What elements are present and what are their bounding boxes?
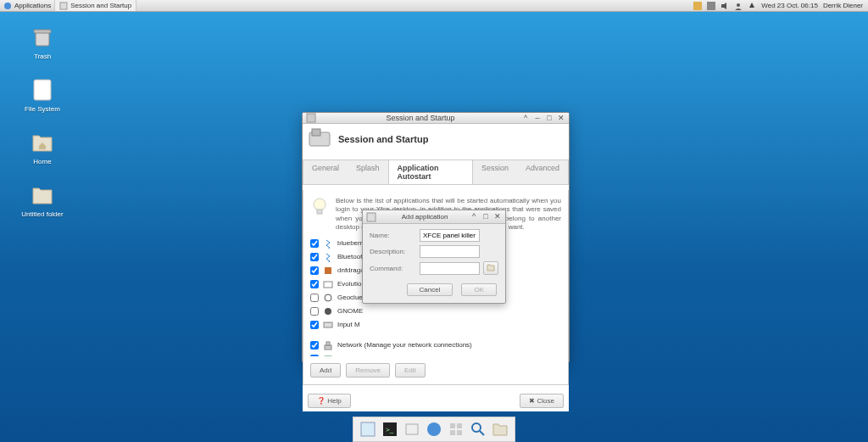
session-window-titlebar[interactable]: Session and Startup ^ – □ ✕ xyxy=(303,113,569,124)
xfce-logo-icon xyxy=(3,2,12,10)
volume-icon[interactable] xyxy=(721,2,729,10)
app-label: Power Manager (Power management for the … xyxy=(337,355,515,356)
terminal-button[interactable]: >_ xyxy=(381,420,399,439)
svg-rect-28 xyxy=(450,423,455,428)
desktop-label: Home xyxy=(33,158,51,165)
svg-point-16 xyxy=(325,294,331,301)
rollup-button[interactable]: ^ xyxy=(521,114,530,122)
maximize-button[interactable]: □ xyxy=(481,213,490,221)
svg-rect-8 xyxy=(34,80,51,100)
svg-rect-9 xyxy=(307,114,315,122)
svg-marker-4 xyxy=(721,3,726,9)
location-icon xyxy=(323,293,333,303)
show-desktop-icon xyxy=(359,421,376,438)
file-manager-icon xyxy=(403,421,420,438)
folder-open-icon xyxy=(487,263,495,271)
minimize-button[interactable]: – xyxy=(533,114,542,122)
desktop-icon-home[interactable]: Home xyxy=(19,129,66,165)
browse-command-button[interactable] xyxy=(483,261,498,275)
name-field[interactable] xyxy=(420,229,480,242)
add-dialog-titlebar[interactable]: Add application ^ □ ✕ xyxy=(363,210,505,224)
web-browser-icon xyxy=(426,421,442,438)
app-checkbox[interactable] xyxy=(310,266,319,275)
svg-point-5 xyxy=(737,3,740,7)
app-icon xyxy=(366,212,376,222)
app-checkbox[interactable] xyxy=(310,294,319,302)
desktop-icon-filesystem[interactable]: File System xyxy=(19,76,66,113)
terminal-icon: >_ xyxy=(381,421,398,438)
edit-button[interactable]: Edit xyxy=(395,363,426,378)
user-icon[interactable] xyxy=(734,2,743,10)
svg-point-17 xyxy=(325,308,331,315)
home-folder-icon xyxy=(31,131,54,154)
svg-rect-14 xyxy=(325,267,331,274)
web-browser-button[interactable] xyxy=(425,420,443,439)
notification-icon[interactable] xyxy=(748,2,756,10)
show-desktop-button[interactable] xyxy=(359,420,377,439)
svg-rect-13 xyxy=(317,210,322,214)
svg-point-27 xyxy=(427,422,441,436)
system-tray: Wed 23 Oct. 06:15 Derrik Diener xyxy=(688,2,868,10)
app-label: Input M xyxy=(337,321,360,328)
trash-icon xyxy=(31,25,54,49)
app-checkbox[interactable] xyxy=(310,307,319,316)
lightbulb-icon xyxy=(310,197,329,215)
svg-point-12 xyxy=(314,199,326,210)
cancel-button[interactable]: Cancel xyxy=(407,283,453,296)
close-window-button[interactable]: ✖ Close xyxy=(520,394,564,408)
network-icon[interactable] xyxy=(707,2,715,10)
command-field[interactable] xyxy=(420,262,480,275)
help-button[interactable]: ❓ Help xyxy=(308,394,351,408)
svg-rect-29 xyxy=(457,423,462,428)
mail-icon xyxy=(323,279,333,289)
add-application-dialog: Add application ^ □ ✕ Name: Description:… xyxy=(362,210,506,304)
file-manager-button[interactable] xyxy=(403,420,421,439)
svg-rect-11 xyxy=(312,129,320,136)
session-window-title: Session and Startup xyxy=(320,114,521,122)
keyboard-icon xyxy=(323,320,333,330)
remove-button[interactable]: Remove xyxy=(346,363,390,378)
add-button[interactable]: Add xyxy=(310,363,341,378)
app-finder-button[interactable] xyxy=(447,420,465,439)
list-item: GNOME xyxy=(310,305,561,317)
taskbar-session-button[interactable]: Session and Startup xyxy=(55,0,136,11)
user-label[interactable]: Derrik Diener xyxy=(823,2,863,9)
desktop-icon-untitled[interactable]: Untitled folder xyxy=(19,182,66,218)
home-button[interactable] xyxy=(491,420,509,439)
desktop-icon-trash[interactable]: Trash xyxy=(19,24,66,60)
svg-rect-26 xyxy=(406,424,418,434)
search-button[interactable] xyxy=(469,420,487,439)
app-checkbox[interactable] xyxy=(310,341,319,350)
list-item: Power Manager (Power management for the … xyxy=(310,353,561,356)
app-label: GNOME xyxy=(337,307,363,315)
app-checkbox[interactable] xyxy=(310,280,319,288)
app-checkbox[interactable] xyxy=(310,239,319,248)
desktop-label: File System xyxy=(25,105,60,113)
svg-rect-18 xyxy=(324,322,332,327)
list-item: Input M xyxy=(310,319,561,331)
tab-session[interactable]: Session xyxy=(473,160,517,184)
tab-general[interactable]: General xyxy=(303,160,348,184)
updates-icon[interactable] xyxy=(693,2,702,10)
description-field[interactable] xyxy=(420,245,480,258)
svg-rect-23 xyxy=(361,422,375,436)
app-checkbox[interactable] xyxy=(310,321,319,329)
app-checkbox[interactable] xyxy=(310,253,319,261)
tab-splash[interactable]: Splash xyxy=(348,160,388,184)
ok-button[interactable]: OK xyxy=(461,283,497,296)
bottom-dock: >_ xyxy=(353,417,515,442)
maximize-button[interactable]: □ xyxy=(545,114,554,122)
network-icon xyxy=(323,340,333,350)
rollup-button[interactable]: ^ xyxy=(470,213,478,221)
svg-rect-30 xyxy=(450,430,455,435)
applications-menu-button[interactable]: Applications xyxy=(0,0,55,11)
tab-application-autostart[interactable]: Application Autostart xyxy=(388,160,473,184)
tab-advanced[interactable]: Advanced xyxy=(517,160,568,184)
close-button[interactable]: ✕ xyxy=(493,213,502,221)
session-icon xyxy=(59,2,68,10)
app-checkbox[interactable] xyxy=(310,355,319,356)
svg-point-32 xyxy=(472,423,481,432)
clock-label[interactable]: Wed 23 Oct. 06:15 xyxy=(761,2,818,9)
taskbar-session-label: Session and Startup xyxy=(70,2,131,9)
close-button[interactable]: ✕ xyxy=(557,114,565,122)
